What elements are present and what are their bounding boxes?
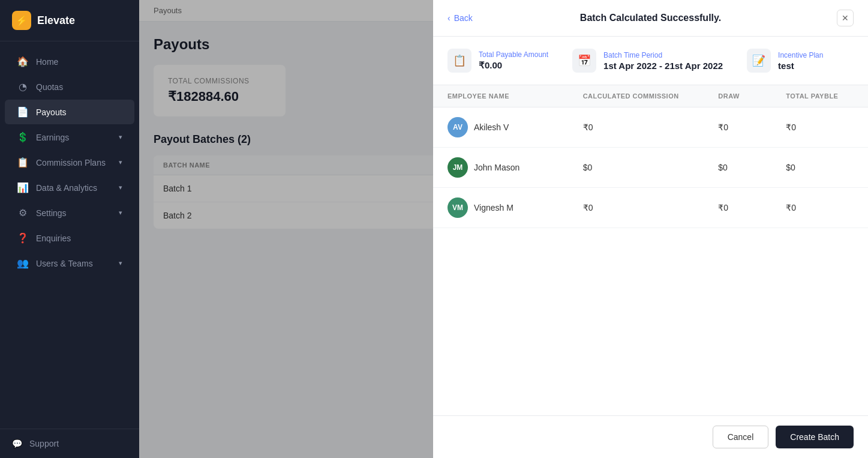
close-button[interactable]: ✕ xyxy=(837,10,854,26)
incentive-plan-item: 📝 Incentive Plan test xyxy=(747,49,823,73)
quotas-icon: ◔ xyxy=(17,81,29,92)
employee-cell: AV Akilesh V xyxy=(447,117,583,137)
modal-table: EMPLOYEE NAME CALCULATED COMMISSION DRAW… xyxy=(433,85,868,415)
calculated-commission: ₹0 xyxy=(583,122,719,132)
modal-title: Batch Calculated Successfully. xyxy=(580,13,721,23)
sidebar-item-label: Enquiries xyxy=(36,234,71,243)
incentive-plan-label: Incentive Plan xyxy=(778,51,823,59)
draw-amount: $0 xyxy=(718,163,786,172)
col-calculated-commission: CALCULATED COMMISSION xyxy=(583,92,719,100)
sidebar-nav: 🏠 Home ◔ Quotas 📄 Payouts 💲 Earnings ▾ 📋… xyxy=(0,41,139,429)
sidebar-item-label: Users & Teams xyxy=(36,259,93,268)
modal-panel: ‹ Back Batch Calculated Successfully. ✕ … xyxy=(433,0,868,458)
payable-amount-icon: 📋 xyxy=(447,49,471,73)
app-logo: ⚡ Elevate xyxy=(0,0,139,41)
payable-amount-value: ₹0.00 xyxy=(479,60,548,71)
calculated-commission: $0 xyxy=(583,163,719,172)
calculated-commission: ₹0 xyxy=(583,203,719,212)
chevron-down-icon: ▾ xyxy=(119,259,122,267)
employee-cell: JM John Mason xyxy=(447,157,583,178)
sidebar-item-label: Data & Analytics xyxy=(36,183,97,193)
table-row: JM John Mason $0 $0 $0 xyxy=(433,148,868,188)
commission-plans-icon: 📋 xyxy=(17,157,29,168)
back-label: Back xyxy=(454,13,473,23)
incentive-plan-value: test xyxy=(778,61,823,71)
create-batch-button[interactable]: Create Batch xyxy=(776,426,854,448)
back-button[interactable]: ‹ Back xyxy=(447,13,473,23)
avatar: VM xyxy=(447,197,468,218)
sidebar-item-settings[interactable]: ⚙ Settings ▾ xyxy=(5,200,134,225)
employee-cell: VM Vignesh M xyxy=(447,197,583,218)
sidebar-item-label: Earnings xyxy=(36,133,69,142)
incentive-plan-info: Incentive Plan test xyxy=(778,51,823,71)
modal-header: ‹ Back Batch Calculated Successfully. ✕ xyxy=(433,0,868,37)
users-teams-icon: 👥 xyxy=(17,258,29,269)
col-total-payble: TOTAL PAYBLE xyxy=(786,92,854,100)
support-label: Support xyxy=(29,439,59,448)
employee-name: Akilesh V xyxy=(474,122,509,132)
time-period-value: 1st Apr 2022 - 21st Apr 2022 xyxy=(603,61,723,71)
chevron-down-icon: ▾ xyxy=(119,133,122,141)
total-payble: ₹0 xyxy=(786,122,854,132)
modal-table-header: EMPLOYEE NAME CALCULATED COMMISSION DRAW… xyxy=(433,85,868,107)
support-item[interactable]: 💬 Support xyxy=(12,439,127,448)
table-row: AV Akilesh V ₹0 ₹0 ₹0 xyxy=(433,107,868,148)
back-arrow-icon: ‹ xyxy=(447,13,450,23)
support-icon: 💬 xyxy=(12,439,22,448)
time-period-info: Batch Time Period 1st Apr 2022 - 21st Ap… xyxy=(603,51,723,71)
logo-icon: ⚡ xyxy=(12,11,31,30)
close-icon: ✕ xyxy=(842,13,849,23)
sidebar-item-earnings[interactable]: 💲 Earnings ▾ xyxy=(5,125,134,149)
modal-summary-bar: 📋 Total Payable Amount ₹0.00 📅 Batch Tim… xyxy=(433,37,868,85)
enquiries-icon: ❓ xyxy=(17,232,29,244)
payable-amount-label: Total Payable Amount xyxy=(479,50,548,59)
modal-footer: Cancel Create Batch xyxy=(433,415,868,458)
incentive-plan-icon: 📝 xyxy=(747,49,771,73)
total-payable-amount-item: 📋 Total Payable Amount ₹0.00 xyxy=(447,49,548,73)
sidebar-item-label: Payouts xyxy=(36,107,67,117)
time-period-icon: 📅 xyxy=(572,49,596,73)
sidebar: ⚡ Elevate 🏠 Home ◔ Quotas 📄 Payouts 💲 Ea… xyxy=(0,0,139,458)
home-icon: 🏠 xyxy=(17,56,29,67)
app-name: Elevate xyxy=(37,14,75,27)
chevron-down-icon: ▾ xyxy=(119,184,122,191)
total-payble: ₹0 xyxy=(786,203,854,212)
col-employee-name: EMPLOYEE NAME xyxy=(447,92,583,100)
chevron-down-icon: ▾ xyxy=(119,158,122,166)
time-period-label: Batch Time Period xyxy=(603,51,723,59)
sidebar-footer: 💬 Support xyxy=(0,429,139,458)
payable-amount-info: Total Payable Amount ₹0.00 xyxy=(479,50,548,71)
sidebar-item-enquiries[interactable]: ❓ Enquiries xyxy=(5,226,134,250)
settings-icon: ⚙ xyxy=(17,207,29,218)
avatar: AV xyxy=(447,117,468,137)
sidebar-item-label: Settings xyxy=(36,208,67,218)
table-row: VM Vignesh M ₹0 ₹0 ₹0 xyxy=(433,188,868,228)
avatar: JM xyxy=(447,157,468,178)
payouts-icon: 📄 xyxy=(17,106,29,118)
employee-name: John Mason xyxy=(474,163,519,172)
sidebar-item-quotas[interactable]: ◔ Quotas xyxy=(5,74,134,99)
sidebar-item-label: Quotas xyxy=(36,82,63,92)
analytics-icon: 📊 xyxy=(17,182,29,193)
sidebar-item-label: Commission Plans xyxy=(36,158,106,167)
sidebar-item-data-analytics[interactable]: 📊 Data & Analytics ▾ xyxy=(5,175,134,200)
batch-time-period-item: 📅 Batch Time Period 1st Apr 2022 - 21st … xyxy=(572,49,723,73)
sidebar-item-commission-plans[interactable]: 📋 Commission Plans ▾ xyxy=(5,150,134,175)
earnings-icon: 💲 xyxy=(17,131,29,143)
total-payble: $0 xyxy=(786,163,854,172)
sidebar-item-label: Home xyxy=(36,57,58,67)
sidebar-item-users-teams[interactable]: 👥 Users & Teams ▾ xyxy=(5,251,134,276)
chevron-down-icon: ▾ xyxy=(119,209,122,217)
draw-amount: ₹0 xyxy=(718,203,786,212)
main-content: Payouts Payouts Total Commissions ₹18288… xyxy=(139,0,868,458)
draw-amount: ₹0 xyxy=(718,122,786,132)
col-draw: DRAW xyxy=(718,92,786,100)
employee-name: Vignesh M xyxy=(474,203,513,212)
sidebar-item-payouts[interactable]: 📄 Payouts xyxy=(5,100,134,124)
sidebar-item-home[interactable]: 🏠 Home xyxy=(5,49,134,74)
cancel-button[interactable]: Cancel xyxy=(713,426,769,448)
